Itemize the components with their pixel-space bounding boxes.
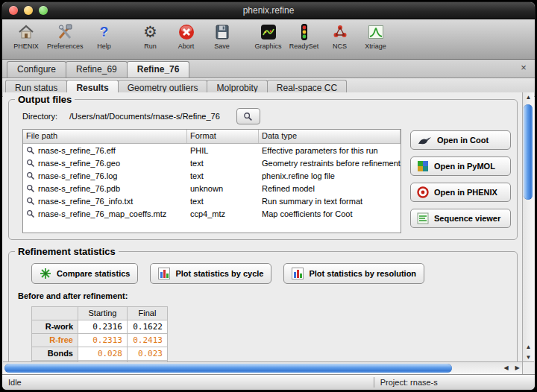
file-data-type: Effective parameters for this run bbox=[259, 146, 401, 155]
browse-directory-button[interactable] bbox=[236, 108, 260, 124]
run-button[interactable]: ⚙ Run bbox=[133, 22, 169, 51]
search-icon bbox=[26, 171, 35, 180]
horizontal-scrollbar[interactable]: ◀ ▶ bbox=[3, 361, 523, 374]
table-row[interactable]: rnase-s_refine_76.pdb unknown Refined mo… bbox=[23, 182, 401, 195]
scroll-up-arrow[interactable]: ▲ bbox=[523, 92, 534, 103]
table-row[interactable]: rnase-s_refine_76_map_coeffs.mtz ccp4_mt… bbox=[23, 207, 401, 220]
compare-statistics-button[interactable]: Compare statistics bbox=[31, 263, 138, 284]
output-files-section: Output files Directory: /Users/nat/Docum… bbox=[8, 94, 518, 240]
help-button[interactable]: ? Help bbox=[87, 22, 122, 51]
graphics-icon bbox=[260, 22, 277, 42]
scroll-right-arrow[interactable]: ▶ bbox=[512, 362, 523, 374]
search-icon bbox=[26, 197, 35, 206]
table-row[interactable]: rnase-s_refine_76_info.txt text Run summ… bbox=[23, 195, 401, 207]
search-icon bbox=[26, 146, 35, 155]
search-icon bbox=[26, 184, 35, 193]
table-header: File path Format Data type bbox=[23, 130, 401, 144]
status-text: Idle bbox=[2, 378, 22, 387]
ncs-button[interactable]: NCS bbox=[322, 22, 358, 51]
file-format: ccp4_mtz bbox=[187, 209, 259, 218]
directory-value: /Users/nat/Documents/rnase-s/Refine_76 bbox=[69, 112, 220, 121]
xtriage-icon bbox=[367, 22, 385, 42]
stat-final-value: 0.023 bbox=[128, 347, 168, 361]
scrollbar-corner bbox=[522, 361, 534, 374]
column-header-data-type[interactable]: Data type bbox=[259, 130, 401, 143]
file-format: PHIL bbox=[187, 146, 259, 155]
plot-statistics-by-cycle-button[interactable]: Plot statistics by cycle bbox=[150, 263, 271, 284]
preferences-button[interactable]: Preferences bbox=[44, 22, 87, 51]
minimize-window-button[interactable] bbox=[24, 6, 33, 15]
toolbar: PHENIX Preferences ? Help ⚙ Run Abort bbox=[2, 19, 535, 60]
directory-label: Directory: bbox=[22, 112, 57, 121]
file-name: rnase-s_refine_76.geo bbox=[38, 159, 120, 168]
gear-icon: ⚙ bbox=[143, 22, 157, 42]
status-bar: Idle Project: rnase-s bbox=[2, 374, 535, 390]
phenix-button[interactable]: PHENIX bbox=[8, 22, 44, 51]
table-row[interactable]: rnase-s_refine_76.log text phenix.refine… bbox=[23, 169, 401, 182]
file-name: rnase-s_refine_76.log bbox=[38, 171, 117, 180]
vertical-scroll-thumb[interactable] bbox=[524, 104, 533, 200]
stat-starting-value: 0.2316 bbox=[78, 320, 128, 334]
ncs-icon bbox=[331, 22, 349, 42]
viewer-buttons: Open in Coot Open in PyMOL Open in PHENI… bbox=[410, 129, 511, 233]
home-icon bbox=[17, 22, 35, 42]
readyset-button[interactable]: ReadySet bbox=[286, 22, 322, 51]
open-in-coot-button[interactable]: Open in Coot bbox=[410, 130, 511, 150]
stat-final-value: 0.2413 bbox=[128, 334, 168, 347]
stat-row-label: Bonds bbox=[32, 347, 78, 361]
phenix-logo-icon bbox=[417, 186, 429, 198]
file-name: rnase-s_refine_76_map_coeffs.mtz bbox=[38, 209, 166, 218]
search-icon bbox=[26, 159, 35, 168]
vertical-scrollbar[interactable]: ▲ ▲ ▼ bbox=[522, 92, 534, 363]
grid-col-header: Starting bbox=[78, 307, 128, 320]
stat-row-label: R-work bbox=[32, 320, 78, 334]
sequence-viewer-button[interactable]: Sequence viewer bbox=[410, 209, 511, 228]
file-data-type: Run summary in text format bbox=[259, 197, 401, 206]
tab-refine-69[interactable]: Refine_69 bbox=[66, 61, 128, 78]
abort-icon bbox=[178, 22, 195, 42]
notebook-tab-bar: Configure Refine_69 Refine_76 × bbox=[2, 60, 535, 78]
stat-row-label: R-free bbox=[32, 334, 78, 347]
file-data-type: Geometry restraints before refinement bbox=[259, 159, 401, 168]
traffic-light-icon bbox=[295, 22, 313, 42]
plot-statistics-by-resolution-button[interactable]: Plot statistics by resolution bbox=[283, 263, 424, 284]
save-button[interactable]: Save bbox=[204, 22, 240, 51]
table-row[interactable]: rnase-s_refine_76.eff PHIL Effective par… bbox=[23, 144, 401, 157]
traffic-lights bbox=[9, 6, 48, 15]
titlebar: phenix.refine bbox=[2, 2, 535, 19]
tab-configure[interactable]: Configure bbox=[7, 61, 66, 78]
xtriage-button[interactable]: Xtriage bbox=[358, 22, 394, 51]
scroll-left-arrow[interactable]: ◀ bbox=[500, 362, 512, 374]
files-area: File path Format Data type rnase-s_refin… bbox=[22, 129, 511, 233]
horizontal-scroll-thumb[interactable] bbox=[4, 364, 452, 373]
app-window: phenix.refine PHENIX Preferences ? Help … bbox=[2, 2, 535, 390]
scroll-up-arrow[interactable]: ▲ bbox=[523, 342, 534, 353]
window-title: phenix.refine bbox=[243, 5, 295, 16]
bar-chart-icon bbox=[292, 268, 304, 279]
table-row[interactable]: rnase-s_refine_76.geo text Geometry rest… bbox=[23, 157, 401, 169]
project-label: Project: rnase-s bbox=[374, 378, 438, 387]
close-tab-button[interactable]: × bbox=[518, 63, 529, 73]
file-format: unknown bbox=[187, 184, 259, 193]
compare-icon bbox=[40, 268, 51, 279]
stat-starting-value: 0.2313 bbox=[78, 334, 128, 347]
open-in-phenix-button[interactable]: Open in PHENIX bbox=[410, 183, 511, 202]
statistics-buttons: Compare statistics Plot statistics by cy… bbox=[31, 263, 511, 284]
file-name: rnase-s_refine_76_info.txt bbox=[38, 197, 133, 206]
pymol-icon bbox=[417, 160, 429, 172]
file-format: text bbox=[187, 197, 259, 206]
file-data-type: Refined model bbox=[259, 184, 401, 193]
grid-col-header: Final bbox=[128, 307, 168, 320]
zoom-window-button[interactable] bbox=[39, 6, 48, 15]
coot-bird-icon bbox=[417, 134, 432, 146]
open-in-pymol-button[interactable]: Open in PyMOL bbox=[410, 157, 511, 176]
abort-button[interactable]: Abort bbox=[169, 22, 204, 51]
column-header-format[interactable]: Format bbox=[187, 130, 259, 143]
column-header-file-path[interactable]: File path bbox=[23, 130, 187, 143]
tab-refine-76[interactable]: Refine_76 bbox=[127, 61, 190, 78]
section-title: Output files bbox=[15, 94, 75, 105]
graphics-button[interactable]: Graphics bbox=[251, 22, 286, 51]
stat-final-value: 0.1622 bbox=[128, 320, 168, 334]
close-window-button[interactable] bbox=[9, 6, 18, 15]
stat-starting-value: 0.028 bbox=[78, 347, 128, 361]
